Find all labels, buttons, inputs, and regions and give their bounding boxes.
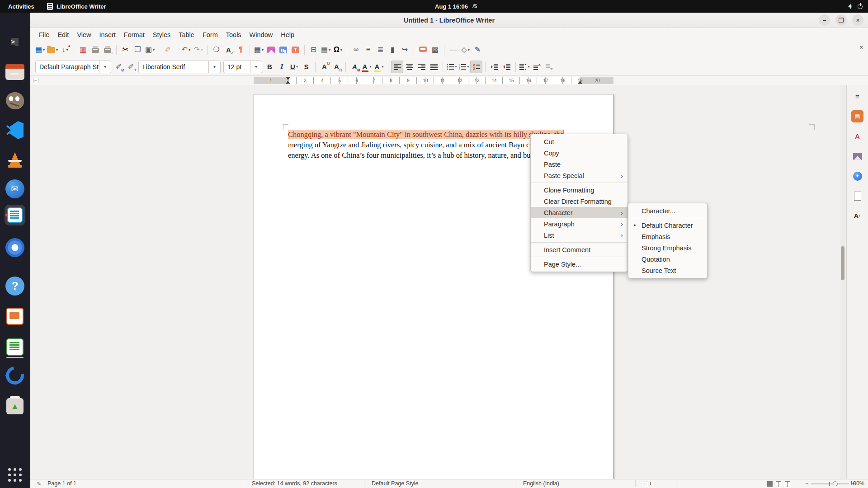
chevron-down-icon[interactable]: ▾ bbox=[208, 61, 220, 73]
save-button[interactable]: ↓●▾ bbox=[59, 43, 71, 56]
hyperlink-button[interactable]: ∞ bbox=[350, 43, 362, 56]
submenu-item-quotation[interactable]: Quotation bbox=[628, 253, 707, 265]
dock-item-vscode[interactable] bbox=[5, 120, 25, 141]
menu-item-page-style[interactable]: Page Style... bbox=[531, 258, 627, 270]
submenu-item-default-character[interactable]: • Default Character bbox=[628, 220, 707, 231]
insert-comment-button[interactable] bbox=[417, 43, 429, 56]
scrollbar-thumb[interactable] bbox=[841, 246, 844, 280]
activities-button[interactable]: Activities bbox=[8, 3, 34, 10]
menu-item-cut[interactable]: Cut bbox=[531, 136, 627, 147]
close-document-icon[interactable]: × bbox=[859, 43, 863, 52]
menu-item-character[interactable]: Character › bbox=[531, 207, 627, 218]
new-style-button[interactable]: ✐+ bbox=[125, 61, 137, 73]
page-tab-icon[interactable] bbox=[851, 190, 863, 202]
page-break-button[interactable]: ⊟ bbox=[307, 43, 320, 56]
basic-shapes-button[interactable]: ◇▾ bbox=[459, 43, 472, 56]
cut-button[interactable]: ✂ bbox=[119, 43, 132, 56]
chevron-down-icon[interactable]: ▾ bbox=[99, 61, 111, 73]
left-indent-marker[interactable] bbox=[286, 81, 290, 84]
titlebar[interactable]: Untitled 1 - LibreOffice Writer − ❐ × bbox=[30, 13, 868, 28]
navigator-tab-icon[interactable]: ✦ bbox=[851, 170, 863, 182]
dock-item-vlc[interactable] bbox=[5, 149, 25, 170]
export-pdf-button[interactable]: ▥ bbox=[77, 43, 89, 56]
draw-functions-button[interactable]: ✎ bbox=[472, 43, 484, 56]
insert-field-button[interactable]: ▤▾ bbox=[320, 43, 332, 56]
menu-item-clone-formatting[interactable]: Clone Formatting bbox=[531, 184, 627, 196]
numbered-list-button[interactable]: 123▾ bbox=[458, 61, 470, 73]
menu-item-clear-direct-formatting[interactable]: Clear Direct Formatting bbox=[531, 196, 627, 207]
first-line-indent-marker[interactable] bbox=[286, 77, 290, 80]
menu-item-insert-comment[interactable]: Insert Comment bbox=[531, 244, 627, 255]
print-button[interactable] bbox=[89, 43, 101, 56]
open-button[interactable]: ▾ bbox=[46, 43, 59, 56]
Form[interactable]: Form bbox=[198, 30, 222, 40]
book-view-icon[interactable] bbox=[785, 481, 790, 487]
new-document-button[interactable]: ▤▾ bbox=[34, 43, 46, 56]
single-page-view-icon[interactable] bbox=[767, 481, 773, 487]
Help[interactable]: Help bbox=[277, 30, 298, 40]
insert-text-box-button[interactable]: T bbox=[289, 43, 302, 56]
restore-button[interactable]: ❐ bbox=[835, 14, 847, 26]
submenu-item-strong-emphasis[interactable]: Strong Emphasis bbox=[628, 242, 707, 253]
word-count-status[interactable]: Selected: 14 words, 92 characters bbox=[252, 480, 337, 487]
subscript-button[interactable]: AB bbox=[330, 61, 343, 73]
multi-page-view-icon[interactable] bbox=[776, 481, 781, 487]
Styles[interactable]: Styles bbox=[149, 30, 175, 40]
special-character-button[interactable]: Ω▾ bbox=[332, 43, 344, 56]
increase-indent-button[interactable] bbox=[488, 61, 500, 73]
insert-endnote-button[interactable]: ≣ bbox=[374, 43, 387, 56]
formatting-marks-button[interactable]: ¶ bbox=[235, 43, 247, 56]
minimize-button[interactable]: − bbox=[819, 14, 830, 26]
submenu-item-source-text[interactable]: Source Text bbox=[628, 265, 707, 276]
strikethrough-button[interactable]: S bbox=[300, 61, 312, 73]
insert-cross-reference-button[interactable]: ↪ bbox=[399, 43, 411, 56]
menu-item-paste[interactable]: Paste bbox=[531, 159, 627, 170]
File[interactable]: File bbox=[35, 30, 53, 40]
Format[interactable]: Format bbox=[120, 30, 149, 40]
decrease-indent-button[interactable] bbox=[500, 61, 513, 73]
copy-button[interactable]: ❐ bbox=[132, 43, 144, 56]
paragraph-style-combobox[interactable]: Default Paragraph Styl ▾ bbox=[35, 61, 111, 73]
style-inspector-tab-icon[interactable]: A· bbox=[851, 210, 863, 222]
dock-item-libreoffice-writer[interactable] bbox=[5, 205, 25, 225]
print-preview-button[interactable]: ◌ bbox=[101, 43, 113, 56]
submenu-item-emphasis[interactable]: Emphasis bbox=[628, 231, 707, 242]
Insert[interactable]: Insert bbox=[95, 30, 120, 40]
align-center-button[interactable] bbox=[403, 61, 415, 73]
system-status-area[interactable] bbox=[846, 4, 863, 9]
italic-button[interactable]: I bbox=[276, 61, 288, 73]
underline-button[interactable]: U▾ bbox=[288, 61, 300, 73]
selected-text[interactable]: Chongqing, a vibrant "Mountain City" in … bbox=[288, 130, 563, 139]
page-style-status[interactable]: Default Page Style bbox=[372, 480, 419, 487]
right-indent-marker[interactable] bbox=[578, 81, 582, 84]
vertical-scrollbar[interactable] bbox=[840, 85, 845, 479]
track-changes-button[interactable]: ▩ bbox=[429, 43, 441, 56]
horizontal-line-button[interactable]: — bbox=[447, 43, 459, 56]
clock-button[interactable]: Aug 1 16:06 bbox=[435, 3, 477, 10]
paragraph-space-decrease-button[interactable] bbox=[543, 61, 555, 73]
Table[interactable]: Table bbox=[175, 30, 198, 40]
insert-bookmark-button[interactable]: ▮ bbox=[387, 43, 399, 56]
gallery-tab-icon[interactable] bbox=[851, 150, 863, 162]
clone-formatting-button[interactable]: ✐ bbox=[162, 43, 174, 56]
redo-button[interactable]: ↷▾ bbox=[192, 43, 204, 56]
font-size-combobox[interactable]: 12 pt ▾ bbox=[223, 61, 262, 73]
dock-item-gimp[interactable] bbox=[5, 90, 25, 111]
menu-item-paragraph[interactable]: Paragraph › bbox=[531, 218, 627, 230]
zoom-slider-thumb[interactable] bbox=[833, 481, 838, 486]
dock-item-terminal[interactable]: >_ bbox=[5, 31, 25, 52]
highlight-color-button[interactable]: A▾ bbox=[373, 61, 385, 73]
justify-button[interactable] bbox=[428, 61, 440, 73]
tab-type-selector[interactable]: ⌐ bbox=[33, 78, 38, 83]
dock-item-libreoffice-impress[interactable] bbox=[5, 306, 25, 327]
paste-button[interactable]: ▣▾ bbox=[144, 43, 156, 56]
no-list-button[interactable] bbox=[470, 61, 482, 73]
zoom-level[interactable]: 100% bbox=[850, 480, 864, 487]
paragraph-space-increase-button[interactable] bbox=[531, 61, 543, 73]
superscript-button[interactable]: AB bbox=[318, 61, 330, 73]
document-modified-icon[interactable]: ✎ bbox=[37, 480, 41, 487]
dock-item-files[interactable] bbox=[5, 61, 25, 82]
horizontal-ruler[interactable]: ⌐ 1234567891011121314151617181920 bbox=[30, 76, 868, 85]
chevron-down-icon[interactable]: ▾ bbox=[250, 61, 262, 73]
close-button[interactable]: × bbox=[852, 14, 863, 26]
